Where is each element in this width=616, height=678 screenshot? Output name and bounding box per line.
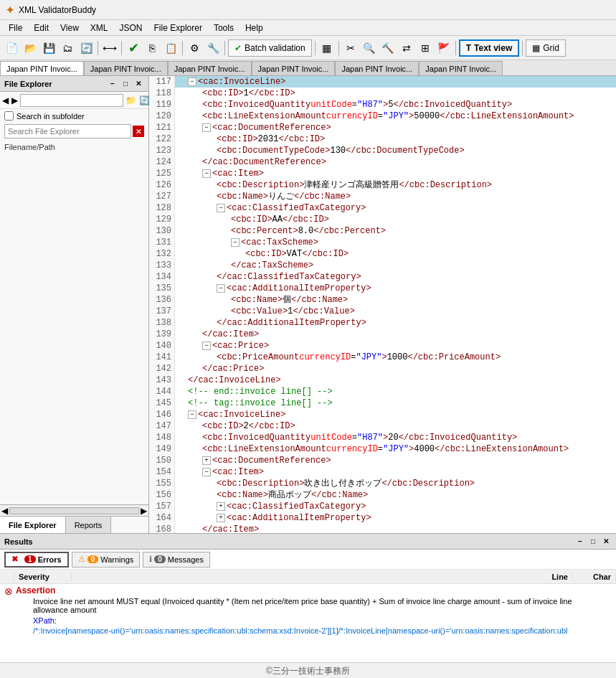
col-header-icon bbox=[0, 573, 14, 581]
code-line-132: <cbc:ID>VAT</cbc:ID> bbox=[175, 248, 616, 260]
transform-btn[interactable]: ⟷ bbox=[101, 39, 118, 57]
file-explorer-header: File Explorer − □ ✕ bbox=[0, 76, 148, 92]
expand-150[interactable]: + bbox=[202, 456, 211, 465]
expand-117[interactable]: − bbox=[188, 77, 196, 86]
menu-edit[interactable]: Edit bbox=[28, 22, 55, 34]
sep8 bbox=[522, 41, 523, 55]
save-btn[interactable]: 💾 bbox=[40, 39, 57, 57]
code-line-147: <cbc:ID>2</cbc:ID> bbox=[175, 420, 616, 432]
expand-157[interactable]: + bbox=[217, 502, 225, 511]
warning-icon-small: ⚠ bbox=[78, 555, 85, 564]
copy-btn[interactable]: ⎘ bbox=[143, 39, 161, 57]
code-line-133: </cac:TaxScheme> bbox=[175, 260, 616, 271]
code-editor: 117 118 119 120 121 122 123 124 125 126 … bbox=[149, 76, 616, 533]
scroll-left-arrow[interactable]: ◀ bbox=[1, 506, 8, 516]
file-explorer-tab[interactable]: File Explorer bbox=[0, 517, 66, 533]
validate-green-btn[interactable]: ✔ bbox=[125, 39, 142, 57]
find-btn[interactable]: 🔍 bbox=[361, 39, 378, 57]
expand-164[interactable]: + bbox=[217, 514, 225, 522]
code-line-134: </cac:ClassifiedTaxCategory> bbox=[175, 271, 616, 283]
expand-140[interactable]: − bbox=[202, 342, 211, 350]
warnings-filter-btn[interactable]: ⚠ 0 Warnings bbox=[72, 552, 141, 568]
error-icon-0: ⊗ bbox=[4, 585, 13, 597]
ln-132: 132 bbox=[149, 248, 171, 260]
menu-file-explorer[interactable]: File Explorer bbox=[148, 22, 208, 34]
expand-154[interactable]: − bbox=[202, 468, 211, 476]
search-subfolder-checkbox[interactable] bbox=[4, 111, 14, 121]
paste-btn[interactable]: 📋 bbox=[162, 39, 179, 57]
expand-128[interactable]: − bbox=[217, 204, 225, 212]
ln-126: 126 bbox=[149, 179, 171, 191]
errors-filter-btn[interactable]: ✖ 1 Errors bbox=[4, 552, 69, 568]
save-all-btn[interactable]: 🗂 bbox=[59, 39, 76, 57]
horizontal-scrollbar[interactable]: ◀ ▶ bbox=[0, 504, 148, 516]
scroll-right-arrow[interactable]: ▶ bbox=[141, 506, 147, 516]
ln-130: 130 bbox=[149, 225, 171, 237]
code-line-138: </cac:AdditionalItemProperty> bbox=[175, 317, 616, 329]
menu-json[interactable]: JSON bbox=[114, 22, 148, 34]
batch-validation-label: Batch validation bbox=[245, 43, 305, 53]
warnings-text: Warnings bbox=[100, 555, 133, 564]
ln-136: 136 bbox=[149, 294, 171, 306]
path-input[interactable] bbox=[20, 94, 123, 107]
expand-135[interactable]: − bbox=[217, 284, 225, 293]
code-line-122: <cbc:ID>2031</cbc:ID> bbox=[175, 133, 616, 145]
tab-0[interactable]: Japan PINT Invoic... bbox=[0, 61, 84, 75]
menu-xml[interactable]: XML bbox=[85, 22, 114, 34]
misc-btn[interactable]: ⊞ bbox=[417, 39, 434, 57]
reload-btn[interactable]: 🔄 bbox=[77, 39, 95, 57]
tab-3[interactable]: Japan PINT Invoic... bbox=[252, 61, 336, 75]
results-restore-btn[interactable]: □ bbox=[587, 536, 599, 547]
settings-btn[interactable]: 🔨 bbox=[379, 39, 397, 57]
file-tree[interactable] bbox=[0, 154, 148, 504]
results-close-btn[interactable]: ✕ bbox=[600, 536, 612, 547]
new-btn[interactable]: 📄 bbox=[3, 39, 20, 57]
code-line-131: − <cac:TaxScheme> bbox=[175, 237, 616, 248]
schema-btn[interactable]: ⚙ bbox=[186, 39, 203, 57]
code-line-140: − <cac:Price> bbox=[175, 340, 616, 352]
expand-131[interactable]: − bbox=[231, 238, 240, 247]
menu-view[interactable]: View bbox=[55, 22, 85, 34]
expand-125[interactable]: − bbox=[202, 169, 211, 178]
panel-close-btn[interactable]: ✕ bbox=[133, 78, 144, 90]
clear-search-btn[interactable]: ✕ bbox=[133, 126, 144, 137]
code-line-124: </cac:DocumentReference> bbox=[175, 156, 616, 168]
code-line-130: <cbc:Percent>8.0</cbc:Percent> bbox=[175, 225, 616, 237]
reports-tab[interactable]: Reports bbox=[66, 517, 112, 533]
menu-tools[interactable]: Tools bbox=[208, 22, 240, 34]
tab-5[interactable]: Japan PINT Invoic... bbox=[419, 61, 503, 75]
forward-btn[interactable]: ▶ bbox=[11, 93, 19, 108]
results-toolbar: ✖ 1 Errors ⚠ 0 Warnings ℹ 0 Messages bbox=[0, 550, 616, 570]
tab-4[interactable]: Japan PINT Invoic... bbox=[335, 61, 419, 75]
folder-btn[interactable]: 📁 bbox=[125, 93, 137, 108]
panel-restore-btn[interactable]: □ bbox=[120, 78, 131, 90]
panel-minimize-btn[interactable]: − bbox=[107, 78, 118, 90]
ln-168: 168 bbox=[149, 524, 171, 533]
code-line-119: <cbc:InvoicedQuantity unitCode="H87">5</… bbox=[175, 99, 616, 110]
results-table: Severity Line Char ⊗ Assertion Invoice l… bbox=[0, 570, 616, 662]
expand-146[interactable]: − bbox=[188, 410, 196, 419]
footer: ©三分一技術士事務所 bbox=[0, 662, 616, 678]
batch-validation-button[interactable]: ✔ Batch validation bbox=[228, 39, 312, 57]
tab-2[interactable]: Japan PINT Invoic... bbox=[168, 61, 252, 75]
back-btn[interactable]: ◀ bbox=[1, 93, 9, 108]
sep5 bbox=[315, 41, 316, 55]
results-minimize-btn[interactable]: − bbox=[574, 536, 586, 547]
errors-count: 1 bbox=[24, 555, 36, 563]
cut-btn[interactable]: ✂ bbox=[342, 39, 359, 57]
menu-file[interactable]: File bbox=[3, 22, 28, 34]
grid-view-btn[interactable]: ▦ bbox=[318, 39, 336, 57]
grid-button[interactable]: ▦ Grid bbox=[526, 39, 566, 57]
open-btn[interactable]: 📂 bbox=[22, 39, 39, 57]
tab-1[interactable]: Japan PINT Invoic... bbox=[84, 61, 168, 75]
menu-help[interactable]: Help bbox=[240, 22, 269, 34]
messages-filter-btn[interactable]: ℹ 0 Messages bbox=[143, 552, 210, 568]
schema-btn2[interactable]: 🔧 bbox=[204, 39, 222, 57]
flag-btn[interactable]: 🚩 bbox=[435, 39, 452, 57]
expand-121[interactable]: − bbox=[202, 123, 211, 132]
code-line-125: − <cac:Item> bbox=[175, 168, 616, 179]
arrows-btn[interactable]: ⇄ bbox=[398, 39, 415, 57]
text-view-button[interactable]: T Text view bbox=[459, 39, 519, 57]
ln-129: 129 bbox=[149, 214, 171, 225]
search-input[interactable] bbox=[4, 124, 131, 138]
